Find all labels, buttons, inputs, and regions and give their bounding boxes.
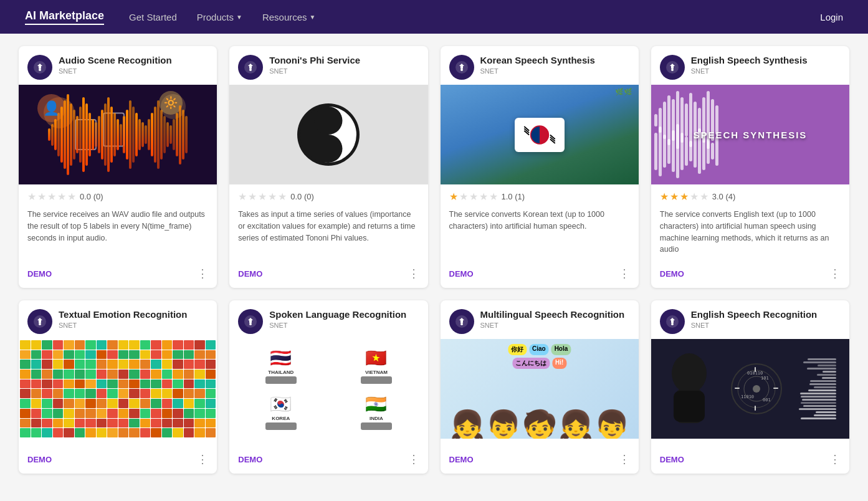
empty-star-icon: ★ [258,191,267,203]
filled-star-icon: ★ [660,191,669,203]
card-title: English Speech Synthesis [691,55,808,66]
card-description [19,439,217,447]
audio-scene-image: 👤 🔆 [19,85,217,184]
svg-point-24 [671,323,674,325]
card-title: Korean Speech Synthesis [480,55,595,66]
demo-link[interactable]: DEMO [449,455,474,464]
product-card-english-speech-rec: English Speech Recognition SNET [651,300,849,474]
svg-rect-27 [674,391,705,422]
card-image: 你好 Ciao Hola こんにちは Hi! 👧 👦 🧒 👧 👦 [441,339,639,439]
card-title-block: Multilingual Speech Recognition SNET [480,309,625,329]
demo-link[interactable]: DEMO [238,455,262,464]
empty-star-icon: ★ [479,191,488,203]
card-image [229,85,427,184]
empty-star-icon: ★ [278,191,287,203]
card-footer: DEMO ⋮ [651,447,849,474]
demo-link[interactable]: DEMO [238,269,262,279]
star-rating: ★★★★★ [238,191,287,203]
svg-point-3 [249,69,252,71]
card-description: Takes as input a time series of values (… [229,206,427,262]
card-header: English Speech Recognition SNET [651,300,849,339]
product-card-textual-emotion: Textual Emotion Recognition SNET DEMO ⋮ [19,300,217,474]
card-description: The service receives an WAV audio file a… [19,206,217,262]
product-card-english-speech-synth: English Speech Synthesis SNET SPEECH SYN… [651,46,849,288]
rating-value: 1.0 (1) [502,192,525,201]
card-title: Audio Scene Recognition [59,55,172,66]
product-grid: Audio Scene Recognition SNET 👤 🔆 ★★★★★ 0… [19,46,849,474]
card-org: SNET [691,67,808,75]
card-header: English Speech Synthesis SNET [651,46,849,85]
demo-link[interactable]: DEMO [449,269,474,279]
card-header: Korean Speech Synthesis SNET [441,46,639,85]
svg-point-1 [39,69,41,71]
empty-star-icon: ★ [37,191,46,203]
empty-star-icon: ★ [27,191,36,203]
more-options-icon[interactable]: ⋮ [829,452,841,466]
navbar: AI Marketplace Get Started Products ▼ Re… [0,0,868,34]
card-description: The service converts English text (up to… [651,206,849,262]
more-options-icon[interactable]: ⋮ [829,267,841,280]
card-image: 👤 🔆 [19,85,217,184]
card-title: English Speech Recognition [691,309,818,320]
multilingual-image: 你好 Ciao Hola こんにちは Hi! 👧 👦 🧒 👧 👦 [441,339,639,439]
demo-link[interactable]: DEMO [27,455,52,464]
org-avatar [27,309,52,334]
card-title-block: Audio Scene Recognition SNET [59,55,172,75]
svg-point-20 [249,323,252,325]
demo-link[interactable]: DEMO [660,455,684,464]
card-description: The service converts Korean text (up to … [441,206,639,262]
more-options-icon[interactable]: ⋮ [619,267,630,280]
card-title: Spoken Language Recognition [269,309,406,320]
rating-value: 3.0 (4) [712,192,736,201]
card-image: 010110 101 11010 001 [651,339,849,439]
demo-link[interactable]: DEMO [27,269,52,279]
card-image: 🇹🇭 THAILAND 🇻🇳 VIETNAM 🇰🇷 KOREA 🇮🇳 [229,339,427,439]
svg-rect-33 [735,388,740,389]
card-image: 🌿🌿 [441,85,639,184]
nav-resources[interactable]: Resources ▼ [262,12,316,22]
card-rating: ★★★★★ 0.0 (0) [19,184,217,206]
card-org: SNET [59,322,187,329]
svg-text:11010: 11010 [741,394,754,399]
brand-logo[interactable]: AI Marketplace [25,9,104,25]
empty-star-icon: ★ [238,191,247,203]
svg-point-25 [672,353,707,393]
login-button[interactable]: Login [820,12,843,22]
card-title: Textual Emotion Recognition [59,309,187,320]
card-footer: DEMO ⋮ [19,447,217,474]
main-content: Audio Scene Recognition SNET 👤 🔆 ★★★★★ 0… [0,34,868,486]
card-org: SNET [269,322,406,329]
product-card-audio-scene: Audio Scene Recognition SNET 👤 🔆 ★★★★★ 0… [19,46,217,288]
card-footer: DEMO ⋮ [441,262,639,288]
product-card-multilingual: Multilingual Speech Recognition SNET 你好 … [441,300,639,474]
star-rating: ★★★★★ [449,191,498,203]
card-header: Spoken Language Recognition SNET [229,300,427,339]
card-footer: DEMO ⋮ [19,262,217,288]
more-options-icon[interactable]: ⋮ [408,452,419,466]
card-footer: DEMO ⋮ [229,447,427,474]
card-title: Tononi's Phi Service [269,55,360,66]
nav-products[interactable]: Products ▼ [197,12,242,22]
rating-value: 0.0 (0) [290,192,314,201]
empty-star-icon: ★ [700,191,708,203]
more-options-icon[interactable]: ⋮ [197,267,208,280]
nav-get-started[interactable]: Get Started [129,12,177,22]
more-options-icon[interactable]: ⋮ [619,452,630,466]
star-rating: ★★★★★ [660,191,708,203]
svg-point-35 [753,385,760,393]
rating-value: 0.0 (0) [80,192,103,201]
empty-star-icon: ★ [489,191,498,203]
more-options-icon[interactable]: ⋮ [408,267,419,280]
more-options-icon[interactable]: ⋮ [197,452,208,466]
card-rating: ★★★★★ 1.0 (1) [441,184,639,206]
product-card-spoken-language: Spoken Language Recognition SNET 🇹🇭 THAI… [229,300,427,474]
svg-point-18 [39,323,41,325]
card-image [19,339,217,439]
nav-links: Get Started Products ▼ Resources ▼ [129,12,820,22]
card-header: Tononi's Phi Service SNET [229,46,427,85]
org-avatar [449,55,474,80]
org-avatar [238,309,263,334]
svg-rect-32 [755,406,756,411]
resources-arrow-icon: ▼ [310,14,316,21]
demo-link[interactable]: DEMO [660,269,684,279]
